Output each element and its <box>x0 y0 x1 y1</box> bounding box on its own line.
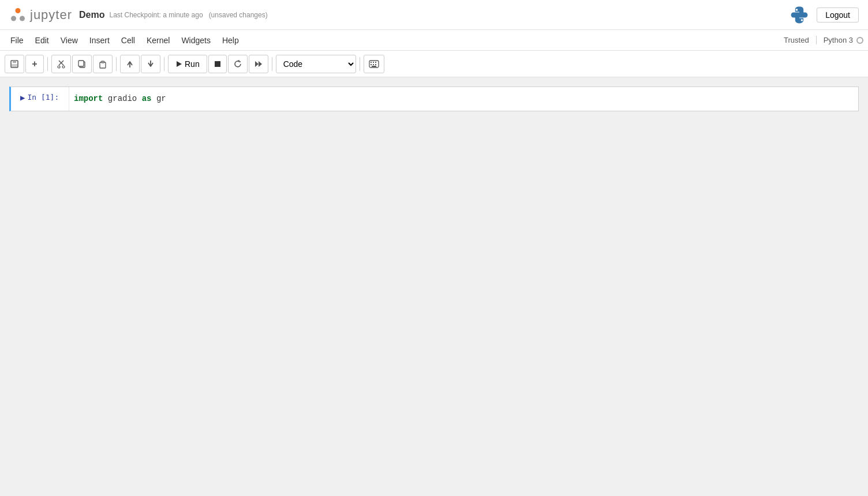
menubar-right: Trusted Python 3 <box>784 36 863 44</box>
cell-run-indicator[interactable]: ▶ <box>20 93 25 102</box>
toolbar-separator-3 <box>164 57 164 71</box>
cut-icon <box>57 59 66 69</box>
svg-rect-26 <box>371 64 372 65</box>
code-as-keyword: as <box>142 94 152 103</box>
arrow-down-icon <box>146 59 155 69</box>
svg-point-4 <box>801 19 803 21</box>
restart-icon <box>233 59 242 69</box>
menu-insert[interactable]: Insert <box>84 33 115 47</box>
header-right: Logout <box>789 5 859 25</box>
svg-point-10 <box>58 66 60 68</box>
svg-rect-27 <box>373 64 374 65</box>
svg-marker-21 <box>259 61 262 67</box>
svg-rect-19 <box>215 61 220 67</box>
svg-point-0 <box>16 8 21 13</box>
keyboard-icon <box>369 60 379 68</box>
svg-rect-25 <box>375 62 376 63</box>
copy-icon <box>77 59 87 69</box>
svg-point-11 <box>62 66 65 68</box>
svg-rect-28 <box>375 64 376 65</box>
svg-rect-24 <box>373 62 374 63</box>
svg-marker-20 <box>255 61 259 67</box>
menu-help[interactable]: Help <box>216 33 245 47</box>
toolbar-separator-5 <box>360 57 360 71</box>
kernel-status-circle <box>856 37 863 44</box>
trusted-label: Trusted <box>784 36 809 44</box>
menubar: File Edit View Insert Cell Kernel Widget… <box>0 30 868 51</box>
notebook-area: ▶ In [1]: import gradio as gr <box>0 77 868 496</box>
code-cell-1[interactable]: ▶ In [1]: import gradio as gr <box>9 87 859 111</box>
svg-rect-29 <box>372 66 376 67</box>
plus-icon: + <box>32 59 37 69</box>
run-label: Run <box>185 59 200 69</box>
cell-code-content[interactable]: import gradio as gr <box>69 87 858 111</box>
cell-type-dropdown[interactable]: Code Markdown Raw NBConvert Heading <box>276 55 356 73</box>
kernel-info: Python 3 <box>816 36 863 44</box>
svg-rect-6 <box>13 61 16 63</box>
svg-point-2 <box>20 16 25 21</box>
cell-prompt: ▶ In [1]: <box>11 87 69 111</box>
kernel-name-label: Python 3 <box>824 36 853 44</box>
add-cell-button[interactable]: + <box>25 55 44 73</box>
menu-cell[interactable]: Cell <box>115 33 141 47</box>
fast-forward-button[interactable] <box>249 55 268 73</box>
cell-input-area: ▶ In [1]: import gradio as gr <box>11 87 858 111</box>
notebook-title[interactable]: Demo <box>79 10 104 20</box>
play-icon <box>175 61 182 67</box>
svg-rect-7 <box>12 64 17 67</box>
toolbar-separator-2 <box>116 57 117 71</box>
stop-icon <box>214 60 222 68</box>
restart-button[interactable] <box>228 55 248 73</box>
menu-view[interactable]: View <box>55 33 84 47</box>
jupyter-logo-icon <box>9 6 27 24</box>
fast-forward-icon <box>254 59 263 69</box>
run-button[interactable]: Run <box>168 55 207 73</box>
keyboard-shortcuts-button[interactable] <box>364 55 384 73</box>
stop-button[interactable] <box>208 55 227 73</box>
svg-marker-18 <box>177 61 182 67</box>
menu-kernel[interactable]: Kernel <box>141 33 175 47</box>
jupyter-logo: jupyter <box>9 6 72 24</box>
cell-prompt-label: In [1]: <box>27 93 59 102</box>
toolbar-separator-1 <box>47 57 48 71</box>
move-down-button[interactable] <box>141 55 160 73</box>
logout-button[interactable]: Logout <box>817 7 859 22</box>
checkpoint-info: Last Checkpoint: a minute ago (unsaved c… <box>110 11 268 19</box>
svg-point-1 <box>11 16 16 21</box>
svg-point-3 <box>796 9 798 11</box>
code-import-keyword: import <box>74 94 103 103</box>
python-logo-icon <box>789 5 810 25</box>
copy-button[interactable] <box>72 55 92 73</box>
code-module-name: gradio <box>108 94 137 103</box>
paste-button[interactable] <box>93 55 113 73</box>
save-icon <box>10 59 19 69</box>
toolbar: + <box>0 51 868 77</box>
menu-widgets[interactable]: Widgets <box>175 33 216 47</box>
code-alias: gr <box>156 94 166 103</box>
menu-file[interactable]: File <box>5 33 29 47</box>
paste-icon <box>98 59 107 69</box>
arrow-up-icon <box>125 59 134 69</box>
svg-rect-23 <box>371 62 372 63</box>
notebook-header: jupyter Demo Last Checkpoint: a minute a… <box>0 0 868 30</box>
cut-button[interactable] <box>51 55 71 73</box>
toolbar-separator-4 <box>272 57 272 71</box>
save-button[interactable] <box>5 55 24 73</box>
menu-edit[interactable]: Edit <box>29 33 55 47</box>
jupyter-brand-text: jupyter <box>30 7 72 22</box>
move-up-button[interactable] <box>120 55 140 73</box>
svg-rect-13 <box>78 61 84 66</box>
svg-rect-15 <box>101 61 104 63</box>
